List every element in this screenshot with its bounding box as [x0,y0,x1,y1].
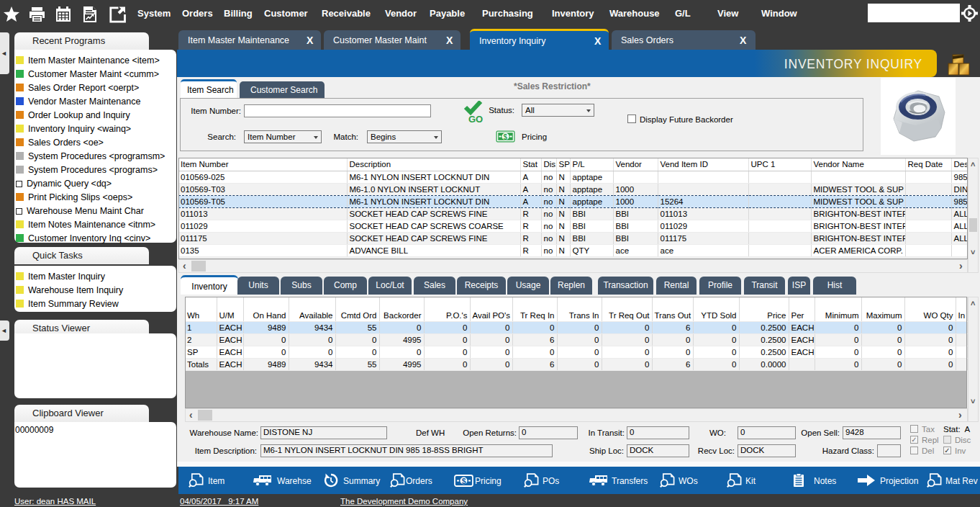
svg-text:$: $ [504,133,508,141]
svg-text:GO: GO [468,114,483,124]
